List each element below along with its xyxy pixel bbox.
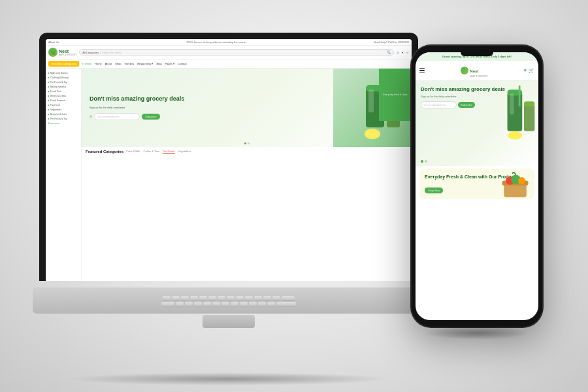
phone-logo[interactable]: Nest MART & GROCERY — [461, 63, 487, 78]
hero-title: Don't miss amazing grocery deals — [90, 95, 184, 103]
search-icon[interactable]: 🔍 — [387, 50, 391, 54]
hero-dots — [244, 142, 250, 144]
key — [263, 296, 271, 300]
featured-tab-cake[interactable]: Cake & Milk — [126, 150, 140, 154]
sidebar-item[interactable]: Fast food — [48, 103, 79, 107]
phone-header: Nest MART & GROCERY ♥ 🛒 — [416, 61, 538, 81]
key-wide — [282, 296, 295, 300]
search-bar[interactable]: All Categories Search for items... 🔍 — [79, 49, 393, 56]
compare-icon[interactable]: ⚖ — [397, 51, 399, 54]
svg-rect-2 — [368, 90, 374, 112]
nav-blog[interactable]: Blog — [156, 62, 161, 65]
veg-basket-svg — [499, 169, 532, 199]
site-topbar: About Us 100% Secure delivery without co… — [46, 39, 412, 46]
featured-tab-coffee[interactable]: Coffee & Teas — [143, 150, 159, 154]
key — [218, 296, 225, 300]
phone-logo-text-container: Nest MART & GROCERY — [470, 63, 487, 78]
hero-dot-2[interactable] — [248, 142, 250, 144]
key — [194, 302, 202, 306]
sidebar-item[interactable]: Pet Foods & Toy — [48, 80, 79, 84]
nav-contact[interactable]: Contact — [178, 62, 187, 65]
phone-hero-dots — [421, 160, 427, 163]
featured-tab-pet[interactable]: Pet Foods — [163, 150, 174, 154]
hero-subscribe-button[interactable]: Subscribe — [142, 114, 160, 120]
email-icon: ✉ — [90, 114, 92, 118]
key — [249, 302, 257, 306]
laptop-screen-outer: About Us 100% Secure delivery without co… — [39, 33, 418, 281]
search-category-select[interactable]: All Categories — [82, 51, 101, 54]
sidebar-item[interactable]: Vegetables — [48, 107, 79, 112]
svg-point-14 — [508, 131, 522, 140]
nav-about[interactable]: About — [105, 62, 112, 65]
phone-juice-svg — [504, 81, 537, 143]
sidebar-item[interactable]: Fresh Fruit — [48, 89, 79, 93]
nav-vendors[interactable]: Vendors — [125, 62, 135, 65]
phone-screen: Grand opening, up to 15% off all items. … — [416, 52, 538, 320]
topbar-right: Need Help? Call Us: 1800-900 — [374, 41, 409, 44]
svg-point-7 — [367, 131, 378, 137]
devices-container: About Us 100% Secure delivery without co… — [13, 7, 575, 385]
phone-logo-icon — [461, 67, 468, 74]
wishlist-icon[interactable]: ♥ — [402, 51, 403, 54]
laptop-trackpad[interactable] — [203, 315, 255, 328]
key — [199, 296, 207, 300]
hero-email-form: ✉ Your email address Subscribe — [90, 113, 184, 120]
laptop-website: About Us 100% Secure delivery without co… — [46, 39, 412, 281]
svg-point-19 — [518, 177, 525, 184]
phone-subscribe-button[interactable]: Subscribe — [458, 102, 475, 108]
phone-dot-2[interactable] — [425, 160, 427, 163]
key — [203, 302, 211, 306]
side-deal-panel: Every day fresh & clean — [379, 69, 412, 121]
main-content: Don't miss amazing grocery deals Sign up… — [82, 69, 412, 281]
key — [236, 296, 244, 300]
hero-dot-1[interactable] — [244, 142, 246, 144]
sidebar-item[interactable]: Fresh Seafood — [48, 98, 79, 103]
sidebar-show-more[interactable]: Show more... — [48, 122, 79, 125]
sidebar-item[interactable]: Clothing & Beauty — [48, 75, 79, 80]
nav-shop[interactable]: Shop — [115, 62, 121, 65]
nav-deals[interactable]: 🏷 Deals — [82, 62, 91, 65]
nav-links: 🏷 Deals Home About Shop Vendors Mega men… — [82, 62, 187, 65]
nav-home[interactable]: Home — [95, 62, 102, 65]
featured-tabs: Cake & Milk Coffee & Teas Pet Foods Vege… — [126, 150, 191, 154]
search-placeholder: Search for items... — [102, 51, 123, 54]
nav-mega[interactable]: Mega menu ▾ — [137, 62, 153, 65]
phone-website: Grand opening, up to 15% off all items. … — [416, 52, 538, 320]
phone-logo-name: Nest — [470, 69, 478, 73]
site-body: Milks and Dairies Clothing & Beauty Pet … — [46, 69, 412, 281]
site-header: 🌿 Nest MART & GROCERY All Categories Sea… — [46, 46, 412, 59]
featured-header: Featured Categories Cake & Milk Coffee &… — [86, 150, 408, 154]
categories-button[interactable]: Trending Categories — [48, 61, 79, 67]
header-actions: ⚖ ♥ 🛒 — [397, 51, 409, 54]
laptop-keyboard — [33, 287, 425, 314]
key — [212, 302, 220, 306]
sidebar-item[interactable]: Milks and Dairies — [48, 71, 79, 75]
nav-pages[interactable]: Pages ▾ — [165, 62, 174, 65]
phone-cart-icon[interactable]: 🛒 — [529, 68, 534, 73]
laptop-device: About Us 100% Secure delivery without co… — [26, 33, 431, 372]
sidebar-item[interactable]: Wines & Drinks — [48, 93, 79, 98]
featured-tab-veg[interactable]: Vegetables — [178, 150, 191, 154]
hero-email-input[interactable]: Your email address — [94, 113, 140, 120]
sidebar-item[interactable]: Bread and Juice — [48, 112, 79, 116]
phone-notch — [461, 52, 493, 56]
phone-heart-icon[interactable]: ♥ — [524, 68, 527, 73]
key — [240, 302, 248, 306]
key — [163, 296, 171, 300]
sidebar: Milks and Dairies Clothing & Beauty Pet … — [46, 69, 82, 281]
phone-product-card: Everyday Fresh & Clean with Our Products… — [419, 169, 534, 199]
sidebar-item[interactable]: Pet Foods & Toy — [48, 116, 79, 121]
svg-rect-13 — [524, 101, 534, 106]
phone-dot-1[interactable] — [421, 160, 423, 163]
key-wider — [276, 302, 296, 306]
key — [208, 296, 216, 300]
key — [185, 302, 193, 306]
keyboard-row-1 — [163, 296, 295, 300]
sidebar-item[interactable]: Baking material — [48, 84, 79, 89]
cart-icon[interactable]: 🛒 — [406, 51, 409, 54]
site-logo[interactable]: 🌿 Nest MART & GROCERY — [48, 48, 76, 57]
phone-email-input[interactable]: Your email address — [421, 101, 457, 108]
hamburger-menu[interactable] — [419, 68, 425, 74]
phone-shop-button[interactable]: Shop Now — [425, 188, 443, 193]
topbar-left-links[interactable]: About Us — [48, 41, 59, 44]
